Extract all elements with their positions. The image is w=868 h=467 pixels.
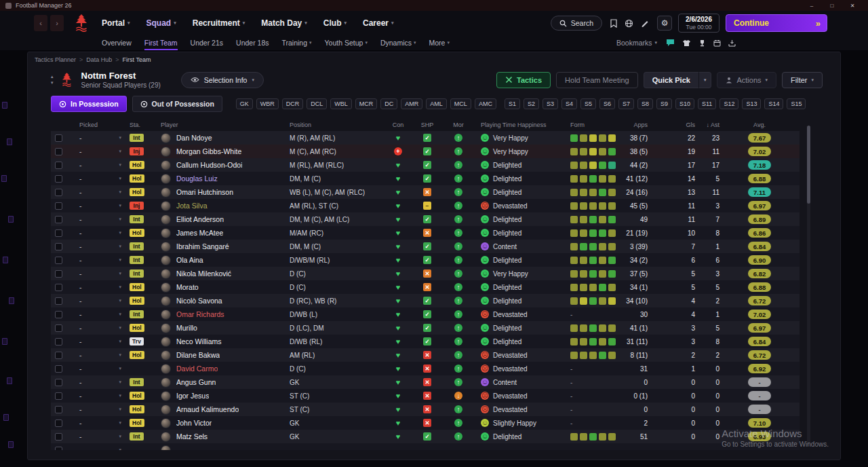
column-header-position[interactable]: Position [290, 119, 384, 131]
table-row[interactable]: -▾HolJames McAteeM/AM (RC)♥✕↑☺Delighted2… [51, 226, 800, 240]
player-cell[interactable]: Douglas Luiz [161, 172, 290, 185]
row-checkbox[interactable] [55, 148, 62, 155]
table-row[interactable]: -▾HolMoratoD (C)♥✕↑☺Delighted34 (1)556.8… [51, 280, 800, 294]
row-checkbox[interactable] [55, 365, 62, 373]
picked-dropdown[interactable]: -▾ [74, 199, 128, 212]
row-checkbox[interactable] [55, 338, 62, 345]
position-chip-wbr[interactable]: WBR [256, 98, 279, 109]
player-cell[interactable]: Murillo [161, 321, 290, 335]
table-row[interactable]: -▾IntMatz SelsGK♥✓↑☺Delighted51006.93 [51, 430, 800, 443]
picked-dropdown[interactable]: -▾ [74, 416, 128, 430]
picked-dropdown[interactable]: -▾ [74, 403, 128, 416]
picked-dropdown[interactable]: -▾ [74, 212, 128, 226]
row-checkbox[interactable] [55, 419, 62, 427]
table-row[interactable]: -▾IntNikola MilenkovićD (C)♥✕↑☺Very Happ… [51, 267, 800, 280]
slot-chip-s5[interactable]: S5 [580, 98, 596, 109]
tactics-button[interactable]: Tactics [496, 72, 551, 88]
row-checkbox[interactable] [55, 324, 62, 332]
table-row[interactable]: -▾HolArnaud KalimuendoST (C)♥✕↑☹Devastat… [51, 403, 800, 416]
club-crest[interactable] [73, 14, 90, 33]
table-row[interactable]: -▾IntIbrahim SangaréDM, M (C)♥✓↑☺Content… [51, 240, 800, 253]
slot-chip-s4[interactable]: S4 [561, 98, 577, 109]
table-row[interactable]: -▾HolDilane BakwaAM (RL)♥✕↑☹Devastated8 … [51, 348, 800, 362]
table-row[interactable]: -▾HolCallum Hudson-OdoiM (RL), AM (RLC)♥… [51, 158, 800, 172]
row-checkbox[interactable] [55, 447, 62, 451]
slot-chip-s9[interactable]: S9 [656, 98, 672, 109]
vertical-scrollbar[interactable] [807, 126, 810, 446]
picked-dropdown[interactable]: -▾ [74, 348, 128, 362]
row-checkbox[interactable] [55, 162, 62, 169]
player-cell[interactable]: Nicolò Savona [161, 294, 290, 307]
inbox-icon[interactable] [728, 39, 736, 47]
table-row[interactable]: -▾TrvNeco WilliamsD/WB (RL)♥✓↑☺Delighted… [51, 335, 800, 348]
table-row[interactable]: -▾HolDouglas LuizDM, M (C)♥✓↑☺Delighted4… [51, 172, 800, 185]
subnav-item-under-18s[interactable]: Under 18s [236, 35, 269, 50]
table-row[interactable]: -▾HolJohn VictorGK♥✕↑☺Slightly Happy-200… [51, 416, 800, 430]
table-row[interactable]: -▾IntDan NdoyeM (R), AM (RL)♥✓↑☺Very Hap… [51, 131, 800, 145]
column-header-ast[interactable]: ↓ Ast [695, 119, 719, 131]
column-header-picked[interactable]: Picked [74, 119, 128, 131]
row-checkbox[interactable] [55, 311, 62, 318]
breadcrumb-item[interactable]: Tactics Planner [35, 56, 76, 63]
menu-portal[interactable]: Portal▾ [102, 18, 130, 28]
column-header-sta[interactable]: Sta. [128, 119, 161, 131]
row-checkbox[interactable] [55, 284, 62, 291]
picked-dropdown[interactable]: -▾ [74, 294, 128, 307]
scrollbar-thumb[interactable] [807, 126, 810, 204]
subnav-item-training[interactable]: Training▾ [282, 35, 312, 50]
row-checkbox[interactable] [55, 134, 62, 142]
table-row[interactable]: -▾InjMorgan Gibbs-WhiteM (C), AM (RC)+✓↑… [51, 145, 800, 158]
slot-chip-s14[interactable]: S14 [764, 98, 783, 109]
picked-dropdown[interactable]: -▾ [74, 280, 128, 294]
breadcrumb-item[interactable]: Data Hub [86, 56, 112, 63]
picked-dropdown[interactable]: -▾ [74, 443, 128, 450]
position-chip-amr[interactable]: AMR [401, 98, 422, 109]
row-checkbox[interactable] [55, 270, 62, 278]
position-chip-aml[interactable]: AML [426, 98, 447, 109]
calendar-icon[interactable] [713, 39, 721, 47]
row-checkbox[interactable] [55, 257, 62, 264]
picked-dropdown[interactable]: -▾ [74, 335, 128, 348]
subnav-item-under-21s[interactable]: Under 21s [191, 35, 223, 50]
slot-chip-s2[interactable]: S2 [524, 98, 539, 109]
picked-dropdown[interactable]: -▾ [74, 389, 128, 403]
position-chip-dc[interactable]: DC [380, 98, 397, 109]
row-checkbox[interactable] [55, 379, 62, 386]
settings-button[interactable]: ⚙ [657, 16, 672, 31]
player-cell[interactable]: Morato [161, 280, 290, 294]
picked-dropdown[interactable]: -▾ [74, 240, 128, 253]
tab-in-possession[interactable]: In Possession [51, 96, 127, 112]
picked-dropdown[interactable]: -▾ [74, 226, 128, 240]
picked-dropdown[interactable]: -▾ [74, 375, 128, 389]
player-cell[interactable]: Angus Gunn [161, 375, 290, 389]
slot-chip-s7[interactable]: S7 [618, 98, 634, 109]
continue-button[interactable]: Continue » [726, 14, 827, 32]
quick-pick-button[interactable]: Quick Pick [644, 72, 698, 88]
bookmarks-dropdown[interactable]: Bookmarks ▾ [616, 39, 657, 47]
menu-recruitment[interactable]: Recruitment▾ [193, 18, 245, 28]
actions-dropdown[interactable]: Actions ▾ [717, 72, 776, 88]
row-checkbox[interactable] [55, 352, 62, 359]
globe-icon[interactable] [625, 19, 633, 28]
player-cell[interactable]: Dilane Bakwa [161, 348, 290, 362]
player-cell[interactable]: Igor Jesus [161, 389, 290, 403]
column-header-form[interactable]: Form [564, 119, 620, 131]
table-row[interactable]: -▾HolOmari HutchinsonWB (L), M (C), AM (… [51, 185, 800, 199]
quick-pick-caret-button[interactable]: ▾ [698, 72, 712, 88]
player-cell[interactable]: Morgan Gibbs-White [161, 145, 290, 158]
row-checkbox[interactable] [55, 243, 62, 250]
player-cell[interactable]: Dan Ndoye [161, 131, 290, 145]
player-cell[interactable]: David Carmo [161, 362, 290, 375]
table-row[interactable]: -▾HolMurilloD (LC), DM♥✓↑☺Delighted41 (1… [51, 321, 800, 335]
player-cell[interactable]: Callum Hudson-Odoi [161, 158, 290, 172]
player-cell[interactable]: John Victor [161, 416, 290, 430]
column-header-con[interactable]: Con [384, 119, 412, 131]
picked-dropdown[interactable]: -▾ [74, 158, 128, 172]
table-row[interactable]: -▾IntAngus GunnGK♥✕↑☺Content-000- [51, 375, 800, 389]
row-checkbox[interactable] [55, 189, 62, 196]
hold-team-meeting-button[interactable]: Hold Team Meeting [556, 72, 638, 88]
player-cell[interactable]: Jota Silva [161, 199, 290, 212]
picked-dropdown[interactable]: -▾ [74, 172, 128, 185]
subnav-item-youth-setup[interactable]: Youth Setup▾ [325, 35, 368, 50]
picked-dropdown[interactable]: -▾ [74, 253, 128, 267]
